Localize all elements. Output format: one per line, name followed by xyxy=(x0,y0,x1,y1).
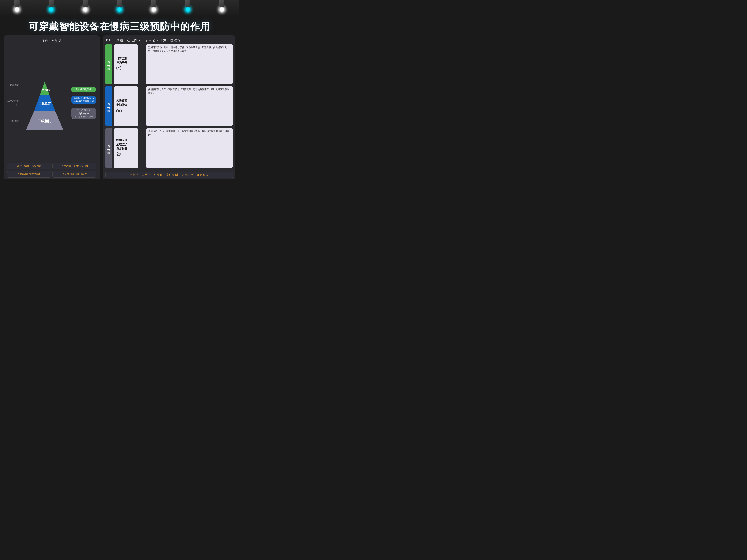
level-row-1: 一 级 预 防 日常监测 行为干预 ⋯ 监测日常活动、睡眠、情绪等，了解、调整生… xyxy=(105,44,233,84)
bottom-box-1: 复杂的病因与风险因素 xyxy=(7,163,51,169)
light-1 xyxy=(15,0,20,11)
badge-level1: 一 级 预 防 xyxy=(105,44,112,84)
connector-2: ⋯ xyxy=(140,86,144,126)
badge-level2: 二 级 预 防 xyxy=(105,86,112,126)
right-text-1: 监测日常活动、睡眠、情绪等，了解、调整生活习惯；设定目标、提供提醒和反馈、提供健… xyxy=(146,44,233,84)
svg-marker-4 xyxy=(40,82,49,95)
right-label-3: 防止病情恶化 减少并发症 改善患者的生活质量 xyxy=(71,108,96,119)
svg-text:二级预防: 二级预防 xyxy=(38,102,51,105)
svg-point-6 xyxy=(117,66,121,70)
bottom-box-3: 个体差异和需求多样化 xyxy=(7,171,51,178)
light-5 xyxy=(151,0,156,11)
connector-3: ⋯ xyxy=(140,128,144,168)
right-text-3: 持续情绪、血压、血糖监测；生远程监护和实时指导；提性的的康复训练计划和实时 xyxy=(146,128,233,168)
label-box-green: 防止疾病的发生 xyxy=(71,87,96,92)
level-row-3: 三 级 预 防 疾病管理 远程监护 康复指导 ⋯ 持续情绪、血 xyxy=(105,128,233,168)
label-level2: 临床前期预防 xyxy=(7,100,19,106)
main-title: 可穿戴智能设备在慢病三级预防中的作用 xyxy=(0,17,239,35)
light-4 xyxy=(117,0,122,11)
right-panel: 血压 · 血糖 · 心电图 · 日常活动 · 压力 · 睡眠等 一 级 预 防 … xyxy=(103,35,235,179)
content-area: 疾病三级预防 病因预防 临床前期预防 临床预防 三级预防 二级预防 xyxy=(0,35,239,179)
light-3 xyxy=(83,0,88,11)
bottom-box-2: 医疗资源不足且分布不均 xyxy=(52,163,96,169)
stage-lights xyxy=(0,0,239,17)
middle-box-3: 疾病管理 远程监护 康复指导 xyxy=(114,128,138,168)
label-box-gray: 防止病情恶化 减少并发症 改善患者的生活质量 xyxy=(71,108,96,119)
right-label-1: 防止疾病的发生 xyxy=(71,87,96,92)
badge-level3: 三 级 预 防 xyxy=(105,128,112,168)
pyramid-right-labels: 防止疾病的发生 早期发现和治疗疾病 控制或延缓疾病发展 防止病情恶化 减少并发症… xyxy=(71,87,96,119)
pyramid-area: 病因预防 临床前期预防 临床预防 三级预防 二级预防 一级预防 xyxy=(7,45,96,161)
light-6 xyxy=(185,0,190,11)
left-panel-title: 疾病三级预防 xyxy=(7,39,96,43)
light-7 xyxy=(219,0,225,11)
svg-point-12 xyxy=(118,153,120,154)
middle-box-1: 日常监测 行为干预 xyxy=(114,44,138,84)
right-label-2: 早期发现和治疗疾病 控制或延缓疾病发展 xyxy=(71,96,96,104)
connector-1: ⋯ xyxy=(140,44,144,84)
pyramid-svg: 三级预防 二级预防 一级预防 xyxy=(20,76,69,130)
right-header: 血压 · 血糖 · 心电图 · 日常活动 · 压力 · 睡眠等 xyxy=(105,38,233,43)
light-2 xyxy=(49,0,54,11)
bottom-boxes: 复杂的病因与风险因素 医疗资源不足且分布不均 个体差异和需求多样化 长期管理和跨… xyxy=(7,163,96,178)
right-bottom-bar: 早期化 · 自动化 · 个性化 · 实时监测 · 远程医疗 · 健康教育 xyxy=(105,171,233,178)
label-box-blue: 早期发现和治疗疾病 控制或延缓疾病发展 xyxy=(71,96,96,104)
level-row-2: 二 级 预 防 风险预警 定期筛查 ⋯ 多指标检测， xyxy=(105,86,233,126)
svg-text:一级预防: 一级预防 xyxy=(40,88,50,91)
label-level1: 病因预防 xyxy=(7,83,19,87)
bottom-box-4: 长期管理和跨部门合作 xyxy=(52,171,96,178)
svg-point-8 xyxy=(119,110,122,112)
middle-box-2: 风险预警 定期筛查 xyxy=(114,86,138,126)
pyramid-left-labels: 病因预防 临床前期预防 临床预防 xyxy=(7,77,20,129)
left-panel: 疾病三级预防 病因预防 临床前期预防 临床预防 三级预防 二级预防 xyxy=(4,35,100,179)
svg-point-7 xyxy=(117,110,119,112)
right-text-2: 多指标检测，及早发现异常情进行风险预警；定期提醒健康查，帮助及时发现潜在健康问 xyxy=(146,86,233,126)
svg-text:三级预防: 三级预防 xyxy=(38,119,52,123)
label-level3: 临床预防 xyxy=(7,119,19,123)
